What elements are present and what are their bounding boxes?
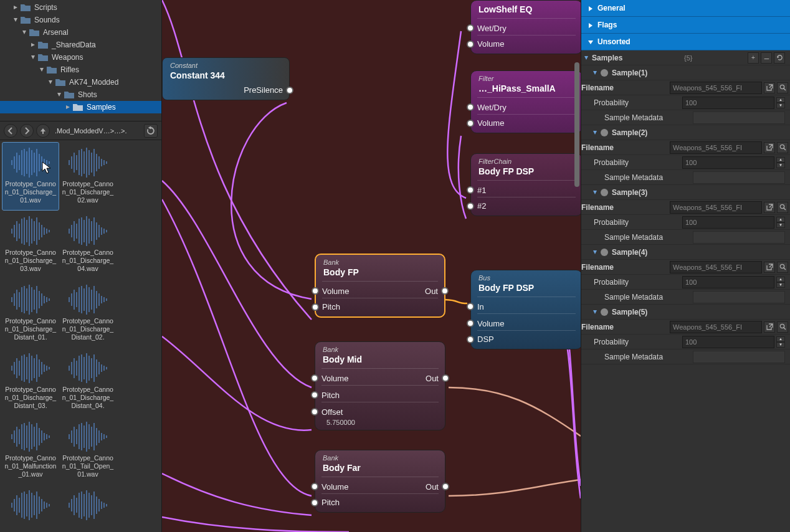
sample-header[interactable]: Sample(1) — [581, 65, 790, 80]
tree-expand-icon[interactable] — [65, 104, 71, 110]
tree-item[interactable]: Weapons — [0, 51, 161, 64]
node-lowshelf-eq[interactable]: LowShelf EQ Wet/Dry Volume — [470, 0, 581, 54]
tree-expand-icon[interactable] — [30, 54, 36, 60]
stepper[interactable]: ▲▼ — [776, 157, 785, 168]
tree-item[interactable]: Shots — [0, 88, 161, 101]
input-port[interactable] — [467, 202, 474, 210]
asset-item[interactable]: Prototype_Cannon_01_Discharge_Distant_03… — [2, 348, 59, 416]
tree-item[interactable]: Scripts — [0, 1, 161, 14]
tree-expand-icon[interactable] — [47, 79, 54, 85]
input-port[interactable] — [311, 391, 318, 399]
tree-item[interactable]: AK74_Modded — [0, 76, 161, 88]
input-port[interactable] — [311, 483, 318, 490]
tree-expand-icon[interactable] — [56, 92, 62, 98]
node-graph[interactable]: Constant Constant 344 PreSilence LowShel… — [162, 0, 581, 532]
path-text[interactable]: .Mod_ModdedV…>…>. — [52, 127, 141, 135]
open-external-button[interactable] — [764, 262, 775, 273]
tree-item[interactable]: _SharedData — [0, 39, 161, 51]
input-port[interactable] — [311, 374, 318, 382]
tree-item[interactable]: Arsenal — [0, 26, 161, 39]
expand-toggle-icon[interactable] — [592, 130, 599, 136]
reset-button[interactable] — [774, 52, 785, 64]
expand-toggle-icon[interactable] — [592, 309, 599, 315]
search-button[interactable] — [777, 82, 788, 93]
input-port[interactable] — [467, 336, 474, 343]
tree-expand-icon[interactable] — [12, 4, 19, 11]
search-button[interactable] — [777, 142, 788, 153]
metadata-input[interactable] — [693, 351, 785, 363]
open-external-button[interactable] — [764, 82, 775, 93]
expand-toggle-icon[interactable] — [592, 249, 599, 255]
node-bus-body-fp-dsp[interactable]: Bus Body FP DSP In Volume DSP — [470, 270, 581, 349]
nav-up-button[interactable] — [36, 124, 50, 138]
input-port[interactable] — [467, 24, 474, 32]
input-port[interactable] — [467, 320, 474, 327]
metadata-input[interactable] — [693, 171, 785, 184]
tree-expand-icon[interactable] — [12, 17, 19, 23]
asset-item[interactable]: Prototype_Cannon_01_Discharge_04.wav — [60, 211, 116, 278]
input-port[interactable] — [467, 40, 474, 48]
sample-header[interactable]: Sample(2) — [581, 125, 790, 140]
filename-input[interactable] — [670, 141, 762, 154]
input-port[interactable] — [311, 408, 318, 416]
tree-expand-icon[interactable] — [21, 29, 27, 36]
nav-forward-button[interactable] — [20, 124, 34, 138]
filename-input[interactable] — [670, 201, 762, 214]
tree-item[interactable]: Samples — [0, 101, 161, 113]
asset-item[interactable]: Prototype_Cannon_01_Discharge_01.wav — [2, 143, 59, 210]
stepper[interactable]: ▲▼ — [776, 97, 785, 108]
search-button[interactable] — [777, 321, 788, 333]
tree-expand-icon[interactable] — [39, 67, 45, 73]
filename-input[interactable] — [670, 82, 762, 94]
section-unsorted[interactable]: Unsorted — [581, 34, 790, 50]
probability-input[interactable] — [682, 156, 774, 169]
probability-input[interactable] — [682, 97, 774, 109]
probability-input[interactable] — [682, 336, 774, 348]
output-port[interactable] — [286, 87, 293, 94]
node-body-mid[interactable]: Bank Body Mid Volume Out Pitch Offset 5.… — [315, 341, 445, 430]
filename-input[interactable] — [670, 261, 762, 273]
node-body-far[interactable]: Bank Body Far Volume Out Pitch — [315, 450, 445, 513]
sample-header[interactable]: Sample(3) — [581, 185, 790, 200]
output-port[interactable] — [441, 287, 449, 295]
input-port[interactable] — [467, 186, 474, 194]
add-button[interactable]: + — [748, 52, 759, 64]
search-button[interactable] — [777, 202, 788, 213]
asset-item[interactable]: Prototype_Cannon_01_Tail_Open_01.wav — [60, 417, 116, 484]
node-hipass-filter[interactable]: Filter …_HiPass_SmallA Wet/Dry Volume — [470, 70, 581, 133]
open-external-button[interactable] — [764, 142, 775, 153]
input-port[interactable] — [467, 303, 474, 310]
asset-item[interactable]: Prototype_Cannon_01_Malfunction_01.wav — [2, 417, 59, 484]
remove-button[interactable]: ‒ — [761, 52, 772, 64]
prop-samples-header[interactable]: Samples {5} + ‒ — [581, 50, 790, 65]
expand-toggle-icon[interactable] — [592, 189, 599, 196]
folder-tree[interactable]: ScriptsSoundsArsenal_SharedDataWeaponsRi… — [0, 0, 161, 121]
nav-back-button[interactable] — [4, 124, 17, 138]
search-button[interactable] — [777, 262, 788, 273]
node-constant[interactable]: Constant Constant 344 PreSilence — [162, 57, 290, 100]
asset-grid[interactable]: Prototype_Cannon_01_Discharge_01.wav Pro… — [0, 140, 161, 532]
open-external-button[interactable] — [764, 321, 775, 333]
section-flags[interactable]: Flags — [581, 17, 790, 34]
probability-input[interactable] — [682, 276, 774, 288]
stepper[interactable]: ▲▼ — [776, 217, 785, 228]
output-port[interactable] — [442, 374, 449, 382]
asset-item[interactable]: Prototype_Cannon_01_Discharge_03.wav — [2, 211, 59, 278]
input-port[interactable] — [467, 103, 474, 111]
metadata-input[interactable] — [693, 112, 785, 124]
metadata-input[interactable] — [693, 231, 785, 244]
input-port[interactable] — [311, 499, 318, 506]
asset-item[interactable]: Prototype_Cannon_01_Discharge_02.wav — [60, 143, 116, 210]
graph-scrollbar[interactable] — [574, 62, 579, 187]
asset-item[interactable] — [60, 485, 116, 532]
input-port[interactable] — [312, 303, 319, 311]
metadata-input[interactable] — [693, 291, 785, 303]
open-external-button[interactable] — [764, 202, 775, 213]
sample-header[interactable]: Sample(5) — [581, 305, 790, 320]
filename-input[interactable] — [670, 321, 762, 333]
refresh-button[interactable] — [144, 124, 158, 138]
asset-item[interactable]: Prototype_Cannon_01_Discharge_Distant_04… — [60, 348, 116, 416]
node-body-fp[interactable]: Bank Body FP Volume Out Pitch — [315, 254, 445, 318]
sample-header[interactable]: Sample(4) — [581, 245, 790, 260]
stepper[interactable]: ▲▼ — [776, 277, 785, 288]
